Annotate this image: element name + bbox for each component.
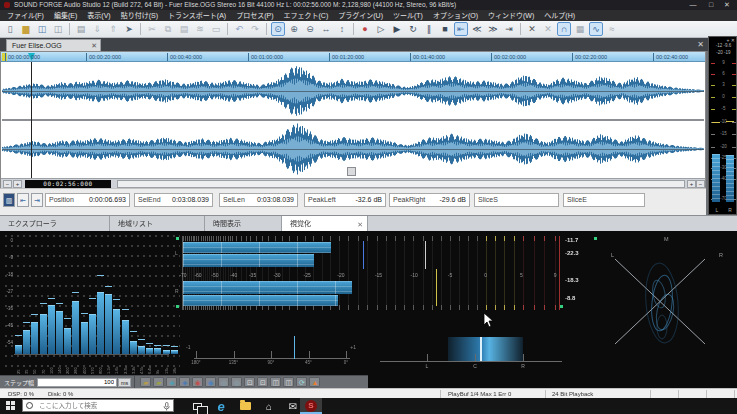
workspace-close-icon[interactable]: ✕ [697,39,704,50]
marker-b-button[interactable]: ▰ [153,377,164,387]
snapshot-a-button[interactable]: ◈ [166,377,177,387]
zoom-selection-button[interactable]: ⊖ [303,22,317,36]
phase-scope[interactable]: M L R [598,232,737,377]
waveform-display[interactable] [2,62,704,178]
play-all-button[interactable]: ▷ [374,22,388,36]
panel-tab[interactable]: 時間表示 [205,216,282,232]
loop-playback-button[interactable]: ↻ [406,22,420,36]
zoom-in-time-button[interactable]: ↔ [319,22,333,36]
menu-item[interactable]: 貼り付け(S) [116,10,163,21]
correlation-meter[interactable]: -1 +1 180°135°90°45°0° [186,332,356,368]
horizontal-level-meter[interactable]: -70-60-50-40-35-30-25-20-15-10-5059LR [182,236,560,310]
play-orb-button[interactable]: ◉ [205,377,216,387]
maximize-button[interactable]: □ [703,0,719,10]
paste-button[interactable]: ▤ [177,22,191,36]
pause-button[interactable]: ∥ [422,22,436,36]
step-unit-dropdown[interactable]: ms [118,378,131,387]
refresh-button[interactable]: ⟳ [296,377,307,387]
new-file-button[interactable]: ▯ [3,22,17,36]
search-input[interactable] [37,400,155,411]
play-button[interactable]: ▶ [390,22,404,36]
view-right-button[interactable]: ◎ [231,377,242,387]
position-field[interactable]: Position0:00:06.693 [45,193,130,207]
panel-tab[interactable]: 視覚化✕ [282,216,368,232]
delete-button[interactable]: ✕ [525,22,539,36]
slicee-field[interactable]: SliceE [563,193,645,207]
snap-button[interactable]: ∩ [557,22,571,36]
menu-item[interactable]: ヘルプ(H) [539,10,580,21]
document-tab[interactable]: Fuer Elise.OGG ✕ [6,39,101,51]
peakleft-field[interactable]: PeakLeft-32.6 dB [304,193,386,207]
spectrum-analyzer[interactable]: 0-9-18-27-36-45-542535507010014020028040… [2,233,180,386]
trim-button[interactable]: ▭ [209,22,223,36]
goto-selection-start-button[interactable]: ⇤ [17,193,29,207]
go-to-end-button[interactable]: ⇥ [502,22,516,36]
minimize-button[interactable]: — [685,0,701,10]
redo-button[interactable]: ↷ [248,22,262,36]
zoom-out-end-button[interactable]: − [696,180,705,188]
edit-mode-button[interactable]: ▥ [3,193,15,207]
panel-tab[interactable]: エクスプローラ [0,216,110,232]
envelope-tool-button[interactable]: ≈ [605,22,619,36]
record-button[interactable]: ● [358,22,372,36]
zoom-in-button[interactable]: + [13,180,22,188]
save-as-button[interactable]: ◫ [51,22,65,36]
menu-item[interactable]: ファイル(F) [2,10,49,21]
soundforge-icon[interactable]: S [300,398,322,414]
goto-selection-end-button[interactable]: ⇥ [31,193,43,207]
view-left-button[interactable]: ◎ [218,377,229,387]
file-explorer-icon[interactable] [234,398,256,414]
slices-field[interactable]: SliceS [474,193,559,207]
menu-item[interactable]: オプション(O) [428,10,483,21]
copy-button[interactable]: ⧉ [161,22,175,36]
menu-item[interactable]: プラグイン(U) [333,10,388,21]
file-properties-button[interactable]: ▤ [74,22,88,36]
layout-2-button[interactable]: ⊡ [257,377,268,387]
zoom-in-end-button[interactable]: + [687,180,696,188]
layout-1-button[interactable]: ⊡ [244,377,255,387]
marker-a-button[interactable]: ▰ [140,377,151,387]
start-button[interactable] [6,401,16,411]
menu-item[interactable]: プロセス(P) [231,10,278,21]
menu-item[interactable]: エフェクト(C) [279,10,334,21]
open-button[interactable]: ▆ [19,22,33,36]
lock-loop-button[interactable]: ∿ [589,22,603,36]
pane-1-button[interactable]: ◫ [270,377,281,387]
menu-item[interactable]: ウィンドウ(W) [483,10,539,21]
stop-button[interactable]: ■ [438,22,452,36]
menu-item[interactable]: トランスポート(A) [163,10,231,21]
zoom-tool-button[interactable]: ⊙ [271,22,285,36]
peakright-field[interactable]: PeakRight-29.6 dB [389,193,470,207]
menu-item[interactable]: 表示(V) [82,10,115,21]
edit-tool-button[interactable]: ➤ [122,22,136,36]
step-width-input[interactable] [37,378,117,387]
edge-icon[interactable]: e [210,398,232,414]
menu-item[interactable]: 編集(E) [49,10,82,21]
import-audio-button[interactable]: ⇓ [90,22,104,36]
task-view-icon[interactable] [186,398,208,414]
magnify-button[interactable]: ⊕ [287,22,301,36]
time-ruler[interactable]: 00:00:00:00000:00:20:00000:00:40:00000:0… [1,52,705,62]
forward-button[interactable]: ≫ [486,22,500,36]
go-to-start-button[interactable]: ⇤ [454,22,468,36]
balance-meter[interactable]: LCR [376,330,566,368]
snapshot-b-button[interactable]: ◈ [179,377,190,387]
zoom-out-button[interactable]: − [3,180,12,188]
selection-grabber[interactable] [347,167,356,176]
zoom-out-time-button[interactable]: ↕ [335,22,349,36]
close-button[interactable]: ✕ [719,0,735,10]
selend-field[interactable]: SelEnd0:03:08.039 [134,193,213,207]
mix-button[interactable]: ≋ [193,22,207,36]
record-orb-button[interactable]: ◉ [192,377,203,387]
export-audio-button[interactable]: ⇑ [106,22,120,36]
pane-2-button[interactable]: ◫ [283,377,294,387]
crop-button[interactable]: ✕ [541,22,555,36]
store-icon[interactable]: ⌂ [258,398,280,414]
rewind-button[interactable]: ≪ [470,22,484,36]
save-button[interactable]: ◫ [35,22,49,36]
sellen-field[interactable]: SelLen0:03:08.039 [219,193,298,207]
taskbar-search[interactable] [22,399,174,412]
panel-tab[interactable]: 地域リスト [110,216,205,232]
microphone-icon[interactable] [163,402,170,411]
tab-close-icon[interactable]: ✕ [91,40,97,51]
